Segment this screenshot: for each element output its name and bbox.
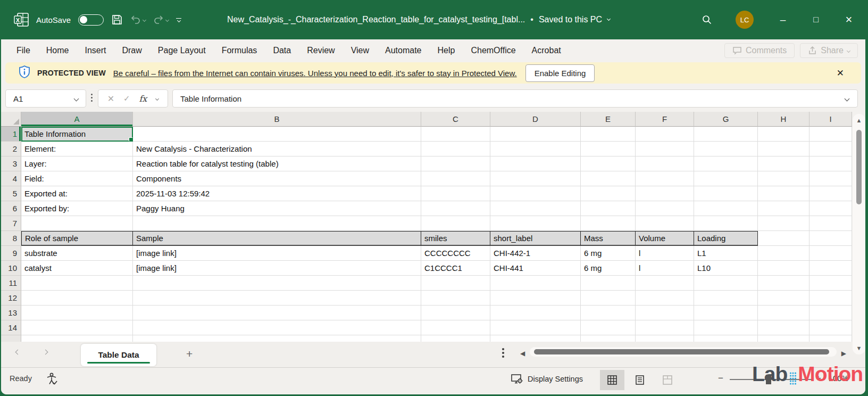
cell-H10[interactable] bbox=[758, 261, 809, 276]
cell-E14[interactable] bbox=[581, 320, 636, 335]
cell-A3[interactable]: Layer: bbox=[21, 156, 133, 171]
cell-A12[interactable] bbox=[21, 291, 133, 306]
cell-I4[interactable] bbox=[809, 171, 852, 186]
row-header-6[interactable]: 6 bbox=[1, 201, 21, 216]
cell-G12[interactable] bbox=[694, 291, 758, 306]
cell-D7[interactable] bbox=[490, 216, 581, 231]
scroll-down-icon[interactable]: ▼ bbox=[853, 345, 865, 351]
cell-I14[interactable] bbox=[809, 320, 852, 335]
cell-E1[interactable] bbox=[581, 127, 636, 142]
cell-G14[interactable] bbox=[694, 320, 758, 335]
cell-C5[interactable] bbox=[421, 186, 490, 201]
cell-I12[interactable] bbox=[809, 291, 852, 306]
cell-F4[interactable] bbox=[636, 171, 694, 186]
cell-G3[interactable] bbox=[694, 156, 758, 171]
cell-H3[interactable] bbox=[758, 156, 809, 171]
cell-D12[interactable] bbox=[490, 291, 581, 306]
row-header-11[interactable]: 11 bbox=[1, 276, 21, 291]
redo-button[interactable] bbox=[153, 15, 169, 24]
enter-icon[interactable]: ✓ bbox=[123, 94, 130, 103]
cell-G9[interactable]: L1 bbox=[694, 246, 758, 261]
sheet-tab-table-data[interactable]: Table Data bbox=[81, 344, 156, 366]
cell-H14[interactable] bbox=[758, 320, 809, 335]
cell-D4[interactable] bbox=[490, 171, 581, 186]
cell-H5[interactable] bbox=[758, 186, 809, 201]
row-header-5[interactable]: 5 bbox=[1, 186, 21, 201]
cell-B13[interactable] bbox=[133, 306, 421, 320]
cell-H[interactable] bbox=[758, 335, 809, 342]
cell-H8[interactable] bbox=[758, 231, 809, 246]
row-header-9[interactable]: 9 bbox=[1, 246, 21, 261]
cell-H6[interactable] bbox=[758, 201, 809, 216]
cell-I7[interactable] bbox=[809, 216, 852, 231]
cell-A1[interactable]: Table Information bbox=[21, 127, 133, 142]
cell-E11[interactable] bbox=[581, 276, 636, 291]
vertical-scrollbar[interactable]: ▲ ▼ bbox=[853, 114, 865, 354]
menu-tab-insert[interactable]: Insert bbox=[77, 39, 114, 62]
cell-F6[interactable] bbox=[636, 201, 694, 216]
next-sheet-icon[interactable] bbox=[43, 350, 48, 355]
hscroll-left-icon[interactable]: ◀ bbox=[520, 350, 525, 357]
cell-A10[interactable]: catalyst bbox=[21, 261, 133, 276]
cancel-icon[interactable]: ✕ bbox=[107, 94, 114, 104]
menu-tab-acrobat[interactable]: Acrobat bbox=[524, 39, 569, 62]
cell-D8[interactable]: short_label bbox=[490, 231, 581, 246]
scroll-up-icon[interactable]: ▲ bbox=[853, 117, 865, 123]
cell-G5[interactable] bbox=[694, 186, 758, 201]
column-header-G[interactable]: G bbox=[694, 112, 758, 127]
cell-A9[interactable]: substrate bbox=[21, 246, 133, 261]
cell-D1[interactable] bbox=[490, 127, 581, 142]
column-header-E[interactable]: E bbox=[581, 112, 636, 127]
cell-I8[interactable] bbox=[809, 231, 852, 246]
cell-B14[interactable] bbox=[133, 320, 421, 335]
hscroll-right-icon[interactable]: ▶ bbox=[841, 350, 846, 357]
column-header-D[interactable]: D bbox=[490, 112, 581, 127]
row-header-1[interactable]: 1 bbox=[1, 127, 21, 142]
cell-C2[interactable] bbox=[421, 142, 490, 156]
cell-F1[interactable] bbox=[636, 127, 694, 142]
cell-A2[interactable]: Element: bbox=[21, 142, 133, 156]
row-header-13[interactable]: 13 bbox=[1, 306, 21, 320]
cell-F3[interactable] bbox=[636, 156, 694, 171]
cell-C3[interactable] bbox=[421, 156, 490, 171]
cell-F8[interactable]: Volume bbox=[636, 231, 694, 246]
cell-C14[interactable] bbox=[421, 320, 490, 335]
insert-function-icon[interactable]: fx bbox=[139, 94, 147, 104]
cell-I6[interactable] bbox=[809, 201, 852, 216]
cell-H12[interactable] bbox=[758, 291, 809, 306]
menu-tab-draw[interactable]: Draw bbox=[114, 39, 149, 62]
cell-C8[interactable]: smiles bbox=[421, 231, 490, 246]
close-button[interactable]: × bbox=[832, 0, 865, 39]
cell-E2[interactable] bbox=[581, 142, 636, 156]
formula-bar-handle[interactable] bbox=[91, 94, 93, 102]
enable-editing-button[interactable]: Enable Editing bbox=[525, 64, 595, 82]
cell-A7[interactable] bbox=[21, 216, 133, 231]
column-header-F[interactable]: F bbox=[636, 112, 694, 127]
cell-B[interactable] bbox=[133, 335, 421, 342]
cell-C1[interactable] bbox=[421, 127, 490, 142]
cell-F5[interactable] bbox=[636, 186, 694, 201]
formula-expand-icon[interactable] bbox=[845, 96, 850, 101]
cell-C4[interactable] bbox=[421, 171, 490, 186]
cell-F9[interactable]: l bbox=[636, 246, 694, 261]
select-all-corner[interactable] bbox=[1, 112, 21, 127]
cell-H2[interactable] bbox=[758, 142, 809, 156]
page-layout-view-button[interactable] bbox=[628, 370, 652, 390]
cell-B6[interactable]: Paggy Huang bbox=[133, 201, 421, 216]
cell-I5[interactable] bbox=[809, 186, 852, 201]
cell-D11[interactable] bbox=[490, 276, 581, 291]
cell-B10[interactable]: [image link] bbox=[133, 261, 421, 276]
cell-B9[interactable]: [image link] bbox=[133, 246, 421, 261]
cell-H11[interactable] bbox=[758, 276, 809, 291]
row-header-14[interactable]: 14 bbox=[1, 320, 21, 335]
cell-D13[interactable] bbox=[490, 306, 581, 320]
avatar[interactable]: LC bbox=[736, 11, 754, 29]
cell-C10[interactable]: C1CCCC1 bbox=[421, 261, 490, 276]
row-header-3[interactable]: 3 bbox=[1, 156, 21, 171]
cell-I3[interactable] bbox=[809, 156, 852, 171]
cell-E13[interactable] bbox=[581, 306, 636, 320]
share-button[interactable]: Share bbox=[800, 43, 858, 58]
vertical-scroll-thumb[interactable] bbox=[856, 130, 862, 204]
fx-chevron-icon[interactable] bbox=[155, 96, 159, 100]
cell-F14[interactable] bbox=[636, 320, 694, 335]
